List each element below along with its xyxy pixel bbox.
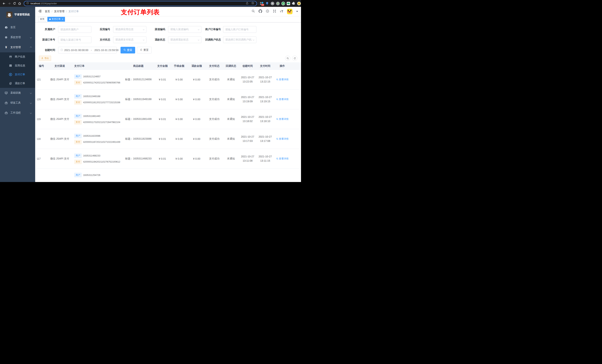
status-badge: 支付成功 [205, 157, 223, 160]
svg-text:?: ? [267, 10, 268, 12]
channel-code-filter-select[interactable]: 请输入渠道编码 [168, 26, 201, 33]
extensions-area: 10 ⌘ y 更新 [260, 1, 301, 6]
extension-emoji-icon[interactable] [297, 2, 301, 5]
breadcrumb-current: 支付订单 [68, 10, 79, 13]
view-detail-link[interactable]: 查看详情 [276, 157, 289, 160]
extension-monkey-icon[interactable]: 10 [260, 2, 264, 5]
chevron-down-icon [253, 39, 254, 41]
screen: localhost:1024/pay/order 10 ⌘ y [0, 0, 301, 182]
sidebar-item-app-info[interactable]: 应用信息 [0, 61, 35, 70]
pay-tag: 支付 [74, 160, 82, 164]
sidebar-item-pay-order[interactable]: ¥ 支付订单 [0, 70, 35, 79]
sidebar-item-infrastructure[interactable]: 基础设施 [0, 88, 35, 98]
create-time-filter-label: 创建时间 [40, 48, 58, 52]
user-menu-caret-icon[interactable] [296, 11, 298, 12]
app-filter-label: 应用编号 [95, 28, 113, 31]
merchant-filter-input[interactable] [58, 26, 91, 33]
channel-order-no-filter-label: 渠道订单号 [40, 38, 58, 42]
address-bar[interactable]: localhost:1024/pay/order [24, 1, 257, 6]
pay-tag: 支付 [74, 140, 82, 144]
gear-icon [4, 36, 8, 39]
grid-icon [9, 64, 12, 67]
header-search-icon[interactable] [252, 10, 255, 13]
table-row: 120 微信 JSAPI 支付 商户1635311949168 支付420000… [37, 90, 301, 109]
search-button[interactable]: 搜索 [120, 47, 135, 53]
sidebar-item-merchant-info[interactable]: 商户信息 [0, 52, 35, 61]
sidebar-collapse-icon[interactable] [38, 9, 42, 14]
merchant-tag: 商户 [74, 134, 82, 138]
browser-back-button[interactable] [2, 1, 6, 6]
top-navbar: 首页 / 支付管理 / 支付订单 ? [35, 7, 301, 16]
refresh-icon [140, 49, 142, 52]
main-content: 所属商户 应用编号 请选择应用信息 渠道编码 [35, 22, 301, 182]
browser-toolbar: localhost:1024/pay/order 10 ⌘ y [0, 0, 301, 7]
sidebar-item-refund-order[interactable]: 退款订单 [0, 79, 35, 88]
refresh-table-button[interactable] [292, 56, 297, 61]
refund-status-filter-select[interactable]: 请选择退款状态 [168, 36, 201, 43]
fullscreen-icon[interactable] [273, 10, 276, 13]
shop-icon [9, 55, 12, 58]
font-size-icon[interactable]: TT [280, 10, 283, 13]
status-badge: 支付成功 [205, 117, 223, 121]
view-detail-link[interactable]: 查看详情 [276, 78, 289, 81]
user-avatar[interactable] [287, 9, 292, 14]
browser-reload-button[interactable] [12, 1, 17, 6]
browser-forward-button[interactable] [7, 1, 11, 6]
merchant-filter-label: 所属商户 [40, 28, 58, 31]
toggle-search-button[interactable] [285, 56, 290, 61]
merchant-order-no-filter-input[interactable] [223, 26, 256, 33]
merchant-order-no-filter-label: 商户订单编号 [205, 28, 223, 31]
view-detail-link[interactable]: 查看详情 [276, 137, 289, 141]
chevron-down-icon [143, 39, 144, 41]
pay-status-filter-label: 支付状态 [95, 38, 113, 42]
chevron-down-icon [143, 29, 144, 30]
bookmark-star-icon[interactable] [251, 1, 254, 5]
logo-rabbit-avatar [6, 12, 12, 18]
pay-order-icon: ¥ [9, 73, 12, 76]
tags-view-bar: 首页 支付订单 × [35, 16, 301, 22]
channel-code-filter-label: 渠道编码 [150, 28, 168, 31]
breadcrumb-home[interactable]: 首页 [45, 10, 50, 13]
extension-command-icon[interactable]: ⌘ [271, 2, 274, 5]
merchant-tag: 商户 [74, 173, 82, 177]
extension-recorder-icon[interactable] [276, 2, 280, 5]
chevron-down-icon [198, 29, 199, 30]
tab-home[interactable]: 首页 [38, 17, 46, 22]
monitor-icon [4, 91, 8, 94]
view-detail-link[interactable]: 查看详情 [276, 98, 289, 101]
help-icon[interactable]: ? [266, 10, 269, 13]
app-title: 芋道管理系统 [14, 13, 30, 16]
github-icon[interactable] [258, 10, 262, 14]
sidebar-item-home[interactable]: 首页 [0, 22, 35, 32]
notify-status-filter-label: 回调商户状态 [205, 38, 223, 42]
breadcrumb-section[interactable]: 支付管理 [54, 10, 64, 13]
sidebar-item-pay-management[interactable]: ¥ 支付管理 [0, 42, 35, 52]
export-button[interactable]: 导出 [39, 56, 51, 61]
reset-button[interactable]: 重置 [137, 47, 152, 53]
sidebar-item-workflow[interactable]: 工作流程 [0, 108, 35, 118]
view-detail-link[interactable]: 查看详情 [276, 117, 289, 121]
pay-tag: 支付 [74, 120, 82, 125]
extensions-puzzle-icon[interactable] [292, 2, 295, 5]
chevron-down-icon [30, 36, 32, 38]
tab-close-icon[interactable]: × [62, 18, 63, 20]
breadcrumb: 首页 / 支付管理 / 支付订单 [45, 10, 79, 13]
table-row: 117 微信 JSAPI 支付 商户1635311468233 支付420000… [37, 149, 301, 169]
notify-status-filter-select[interactable]: 请选择订单回调商户状态 [223, 36, 256, 43]
app-filter-select[interactable]: 请选择应用信息 [113, 26, 146, 33]
sidebar-item-dev-tools[interactable]: 研发工具 [0, 98, 35, 108]
browser-home-button[interactable] [17, 1, 22, 6]
tab-pay-order[interactable]: 支付订单 × [47, 17, 65, 22]
site-info-icon[interactable] [26, 2, 29, 5]
chevron-down-icon [30, 102, 32, 104]
download-icon [41, 57, 43, 60]
extension-gem-icon[interactable] [265, 2, 269, 5]
briefcase-icon [4, 111, 8, 114]
channel-order-no-filter-input[interactable] [58, 36, 91, 43]
create-time-range-picker[interactable]: 2021-10-01 00:00:00 - 2021-10-31 23:59:5… [58, 47, 117, 53]
extension-y-icon[interactable]: y [281, 2, 285, 5]
sidebar-item-system[interactable]: 系统管理 [0, 32, 35, 42]
pay-status-filter-select[interactable]: 请选择支付状态 [113, 36, 146, 43]
share-icon[interactable] [246, 2, 249, 5]
extension-chat-icon[interactable] [287, 2, 290, 5]
